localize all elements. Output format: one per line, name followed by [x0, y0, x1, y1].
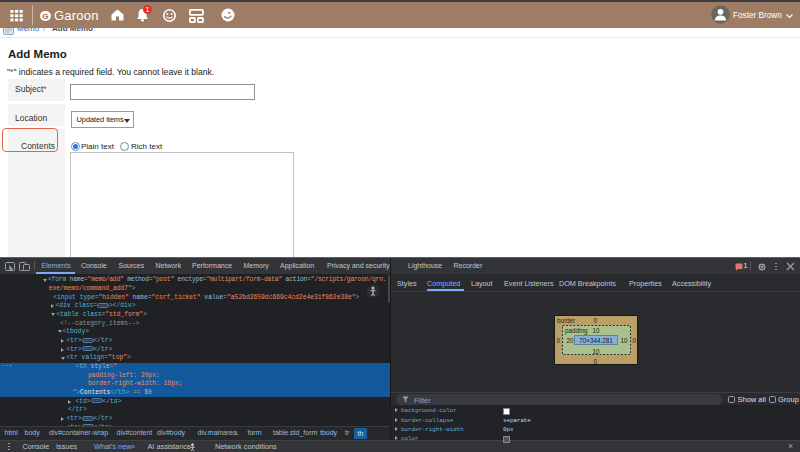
svg-text:1: 1: [145, 6, 149, 13]
